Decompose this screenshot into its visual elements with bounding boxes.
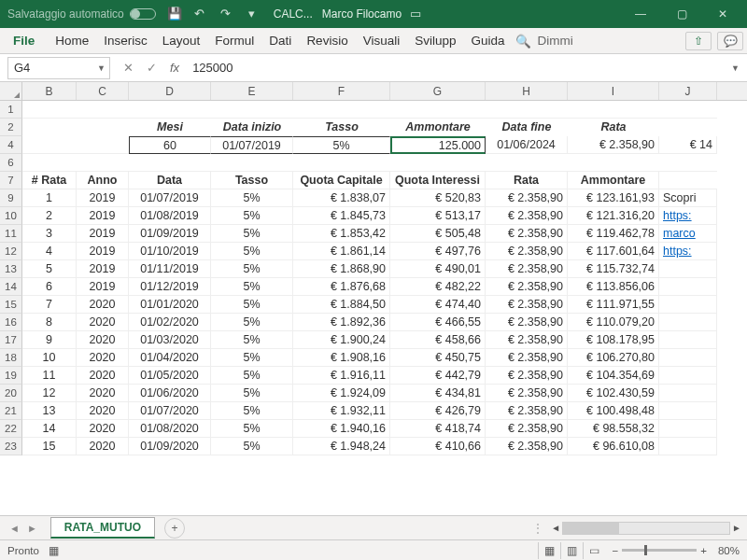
cell[interactable] [659,172,717,189]
cell-tasso[interactable]: 5% [211,385,293,402]
th-qi[interactable]: Quota Interessi [390,172,486,189]
cell-rata[interactable]: € 2.358,90 [486,402,568,420]
cell[interactable] [77,136,129,154]
row-header[interactable]: 23 [0,438,22,455]
cell-rata[interactable]: € 2.358,90 [486,207,568,225]
th-tasso[interactable]: Tasso [211,172,293,189]
chevron-down-icon[interactable]: ▼ [97,63,106,73]
label-mesi[interactable]: Mesi [129,119,211,136]
cell[interactable] [659,154,717,172]
cell-ammontare[interactable]: € 113.856,06 [568,278,659,296]
toggle-switch[interactable] [130,8,156,20]
cell-rata[interactable]: € 2.358,90 [486,367,568,385]
cell-rata[interactable]: € 2.358,90 [486,349,568,367]
cell-rata[interactable]: € 2.358,90 [486,314,568,331]
cell-data[interactable]: 01/03/2020 [129,331,211,349]
cell-num[interactable]: 8 [22,314,77,331]
row-header[interactable]: 15 [0,296,22,314]
cell-quota-capitale[interactable]: € 1.948,24 [293,438,390,455]
tab-prev-icon[interactable]: ◄ [9,523,20,534]
cell-tasso[interactable]: 5% [211,296,293,314]
cell-tasso[interactable]: 5% [211,331,293,349]
formula-expand-icon[interactable]: ▼ [731,63,740,73]
autosave-toggle[interactable]: Salvataggio automatico [7,7,156,21]
zoom-in-button[interactable]: + [700,545,707,556]
cell-num[interactable]: 1 [22,189,77,207]
cell-quota-interessi[interactable]: € 513,17 [390,207,486,225]
label-data-fine[interactable]: Data fine [486,119,568,136]
tab-revisione[interactable]: Revisio [299,34,355,48]
cell-anno[interactable]: 2019 [77,207,129,225]
cell-num[interactable]: 4 [22,243,77,260]
cell-quota-interessi[interactable]: € 490,01 [390,260,486,278]
row-header[interactable]: 22 [0,420,22,438]
tab-sviluppo[interactable]: Svilupp [407,34,463,48]
cell-ammontare[interactable]: € 98.558,32 [568,420,659,438]
param-tasso[interactable]: 5% [293,136,390,154]
undo-icon[interactable]: ↶ [193,7,206,21]
cell[interactable] [22,154,77,172]
cell-data[interactable]: 01/11/2019 [129,260,211,278]
cell[interactable] [22,101,77,119]
cell-side[interactable] [659,385,717,402]
param-mesi[interactable]: 60 [129,136,211,154]
cell-quota-interessi[interactable]: € 497,76 [390,243,486,260]
col-header[interactable]: J [659,82,717,100]
cell-ammontare[interactable]: € 119.462,78 [568,225,659,243]
cell-side[interactable] [659,420,717,438]
row-header[interactable]: 10 [0,207,22,225]
cell-side[interactable]: Scopri [659,189,717,207]
cell-ammontare[interactable]: € 100.498,48 [568,402,659,420]
row-header[interactable]: 7 [0,172,22,189]
row-header[interactable]: 14 [0,278,22,296]
tab-file[interactable]: File [4,34,48,48]
cell[interactable] [22,119,77,136]
cell-quota-interessi[interactable]: € 442,79 [390,367,486,385]
cell-anno[interactable]: 2020 [77,331,129,349]
cell-data[interactable]: 01/05/2020 [129,367,211,385]
cell-ammontare[interactable]: € 110.079,20 [568,314,659,331]
col-header[interactable]: C [77,82,129,100]
cell-side[interactable] [659,296,717,314]
cell-quota-capitale[interactable]: € 1.861,14 [293,243,390,260]
cell-tasso[interactable]: 5% [211,278,293,296]
param-extra[interactable]: € 14 [659,136,717,154]
cell-quota-interessi[interactable]: € 410,66 [390,438,486,455]
cell-tasso[interactable]: 5% [211,260,293,278]
label-tasso[interactable]: Tasso [293,119,390,136]
cell-tasso[interactable]: 5% [211,207,293,225]
cell-side[interactable]: https: [659,207,717,225]
cell-tasso[interactable]: 5% [211,314,293,331]
cell-rata[interactable]: € 2.358,90 [486,260,568,278]
cell-ammontare[interactable]: € 121.316,20 [568,207,659,225]
cell[interactable] [77,101,129,119]
label-ammontare[interactable]: Ammontare [390,119,486,136]
th-num[interactable]: # Rata [22,172,77,189]
macro-icon[interactable]: ▦ [49,544,59,557]
cell-quota-capitale[interactable]: € 1.853,42 [293,225,390,243]
cell-quota-capitale[interactable]: € 1.892,36 [293,314,390,331]
cell-anno[interactable]: 2019 [77,278,129,296]
cell-side[interactable] [659,331,717,349]
cell-num[interactable]: 6 [22,278,77,296]
formula-value[interactable]: 125000 [192,61,731,75]
cell-data[interactable]: 01/07/2020 [129,402,211,420]
cell-tasso[interactable]: 5% [211,225,293,243]
select-all-corner[interactable] [0,82,22,100]
th-rata[interactable]: Rata [486,172,568,189]
cell-quota-interessi[interactable]: € 505,48 [390,225,486,243]
cell-quota-interessi[interactable]: € 458,66 [390,331,486,349]
cell-side[interactable] [659,438,717,455]
view-normal-icon[interactable]: ▦ [538,542,560,559]
add-sheet-button[interactable]: + [164,518,185,539]
maximize-button[interactable]: ▢ [661,0,702,28]
cell[interactable] [211,101,293,119]
cell-ammontare[interactable]: € 123.161,93 [568,189,659,207]
cell-quota-capitale[interactable]: € 1.868,90 [293,260,390,278]
th-anno[interactable]: Anno [77,172,129,189]
cell-rata[interactable]: € 2.358,90 [486,296,568,314]
cell-quota-capitale[interactable]: € 1.916,11 [293,367,390,385]
cell-ammontare[interactable]: € 104.354,69 [568,367,659,385]
more-icon[interactable]: ▾ [246,7,259,21]
cell-tasso[interactable]: 5% [211,367,293,385]
